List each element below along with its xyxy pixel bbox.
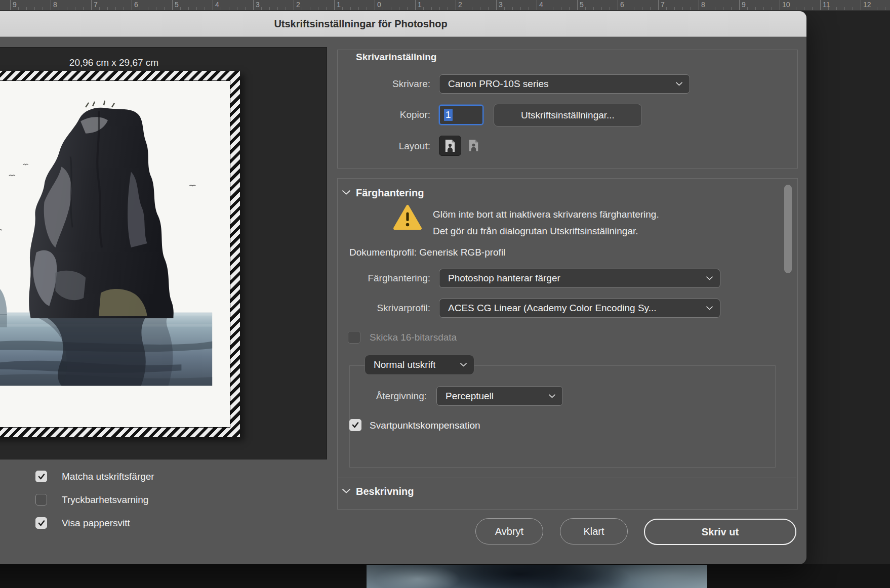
ruler-minor-tick [148, 7, 148, 10]
checkbox-label-black-point-compensation[interactable]: Svartpunktskompensation [370, 419, 480, 431]
ruler-minor-tick [642, 7, 642, 10]
ruler-minor-tick [763, 7, 764, 10]
ruler-label: 1 [418, 1, 422, 9]
color-management-collapse-icon[interactable] [342, 190, 350, 195]
ruler-minor-tick [610, 7, 610, 10]
ruler-minor-tick [626, 7, 626, 10]
ruler-label: 7 [661, 1, 665, 9]
done-button[interactable]: Klart [560, 518, 628, 544]
copies-value: 1 [444, 109, 453, 121]
scrollbar-thumb[interactable] [784, 185, 792, 273]
ruler-minor-tick [180, 7, 181, 10]
ruler-minor-tick [237, 7, 237, 10]
ruler-tick [213, 0, 213, 10]
background-document-image [367, 565, 707, 588]
ruler-minor-tick [99, 7, 100, 10]
dialog-titlebar[interactable]: Utskriftsinställningar för Photoshop [0, 11, 806, 37]
ruler-minor-tick [788, 7, 788, 10]
ruler-tick [172, 0, 173, 10]
ruler-minor-tick [439, 7, 440, 10]
checkbox-label-gamut-warning[interactable]: Tryckbarhetsvarning [62, 494, 148, 506]
ruler-minor-tick [407, 7, 408, 10]
ruler-minor-tick [431, 7, 432, 10]
ruler-tick [456, 0, 456, 10]
print-mode-value: Normal utskrift [374, 359, 435, 370]
ruler-minor-tick [326, 7, 327, 10]
ruler-minor-tick [245, 7, 246, 10]
ruler-minor-tick [561, 7, 561, 10]
printer-settings-legend: Skrivarinställning [350, 52, 442, 63]
ruler-label: 3 [499, 1, 503, 9]
ruler-minor-tick [391, 7, 391, 10]
description-collapse-icon[interactable] [342, 489, 350, 493]
done-button-label: Klart [583, 526, 604, 537]
ruler-tick [10, 0, 11, 10]
ruler-minor-tick [731, 7, 732, 10]
ruler-tick [699, 0, 699, 10]
checkbox-gamut-warning[interactable] [35, 494, 47, 506]
rendering-intent-select[interactable]: Perceptuell [436, 386, 563, 406]
ruler-minor-tick [504, 7, 505, 10]
layout-portrait-icon [444, 139, 456, 152]
ruler-minor-tick [26, 7, 27, 10]
cancel-button[interactable]: Avbryt [475, 518, 543, 544]
ruler-minor-tick [115, 7, 116, 10]
checkbox-send-16bit [348, 331, 360, 344]
ruler-tick [253, 0, 254, 10]
ruler-minor-tick [34, 7, 35, 10]
ruler-label: 2 [458, 1, 462, 9]
ruler-minor-tick [140, 7, 140, 10]
description-header[interactable]: Beskrivning [356, 486, 414, 497]
ruler-minor-tick [367, 7, 367, 10]
ruler-minor-tick [828, 7, 829, 10]
ruler-minor-tick [124, 7, 124, 10]
ruler-minor-tick [755, 7, 756, 10]
paper-printable-area [0, 80, 230, 428]
color-management-header[interactable]: Färghantering [356, 187, 424, 199]
checkbox-label-show-paper-white[interactable]: Visa pappersvitt [62, 517, 130, 529]
chevron-down-icon [549, 394, 555, 398]
ruler-minor-tick [383, 7, 383, 10]
ruler-minor-tick [302, 7, 302, 10]
checkbox-label-match-print-colors[interactable]: Matcha utskriftsfärger [62, 471, 154, 482]
color-handling-select[interactable]: Photoshop hanterar färger [439, 269, 720, 288]
ruler-minor-tick [691, 7, 691, 10]
ruler-tick [820, 0, 821, 10]
print-settings-button[interactable]: Utskriftsinställningar... [494, 104, 642, 127]
ruler-label: 4 [215, 1, 219, 9]
print-preview-artwork [0, 81, 230, 427]
ruler-tick [132, 0, 132, 10]
checkbox-black-point-compensation[interactable] [349, 419, 361, 431]
ruler-label: 10 [782, 1, 790, 9]
ruler-label: 8 [701, 1, 705, 9]
ruler-minor-tick [480, 7, 480, 10]
ruler-minor-tick [196, 7, 197, 10]
ruler-tick [294, 0, 294, 10]
ruler-minor-tick [772, 7, 772, 10]
ruler-minor-tick [520, 7, 521, 10]
checkbox-show-paper-white[interactable] [35, 517, 47, 529]
printer-label: Skrivare: [329, 78, 430, 90]
rendering-intent-label: Återgivning: [299, 391, 427, 402]
ruler-label: 1 [337, 1, 341, 9]
copies-input[interactable]: 1 [439, 105, 483, 125]
ruler-minor-tick [229, 7, 229, 10]
ruler-minor-tick [107, 7, 108, 10]
cancel-button-label: Avbryt [495, 526, 523, 537]
print-mode-select[interactable]: Normal utskrift [365, 355, 474, 375]
layout-landscape-button[interactable] [464, 137, 482, 154]
print-mode-group [349, 365, 776, 468]
ruler-minor-tick [350, 7, 351, 10]
copies-label: Kopior: [329, 109, 430, 120]
printer-select[interactable]: Canon PRO-10S series [439, 74, 690, 94]
ruler-minor-tick [723, 7, 723, 10]
ruler-minor-tick [844, 7, 845, 10]
ruler-minor-tick [464, 7, 464, 10]
ruler-minor-tick [448, 7, 448, 10]
ruler-minor-tick [399, 7, 399, 10]
print-button[interactable]: Skriv ut [644, 519, 796, 545]
checkbox-match-print-colors[interactable] [35, 471, 47, 482]
printer-profile-select[interactable]: ACES CG Linear (Academy Color Encoding S… [439, 299, 720, 318]
layout-portrait-button[interactable] [439, 136, 461, 156]
ruler-minor-tick [877, 7, 877, 10]
